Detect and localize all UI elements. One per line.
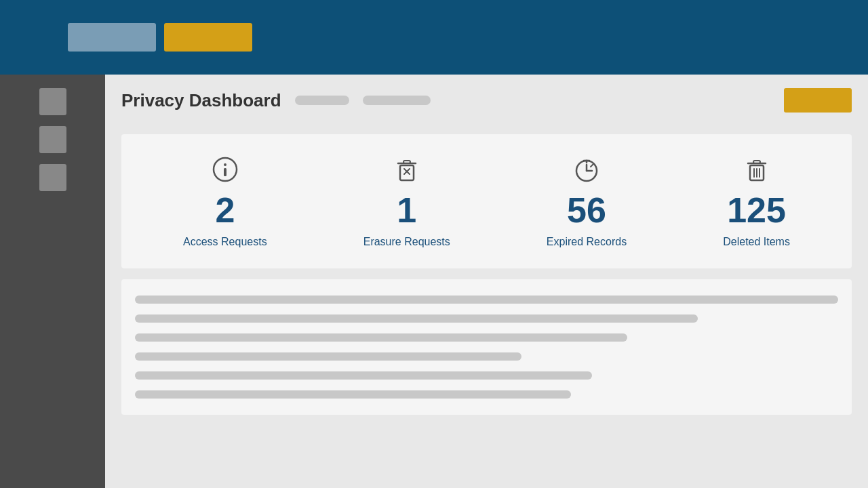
sidebar-item-2[interactable] [39, 126, 66, 153]
sidebar [0, 75, 105, 488]
access-requests-number: 2 [215, 192, 235, 228]
expired-records-number: 56 [567, 192, 606, 228]
inner-content: 2 Access Requests [121, 134, 852, 477]
text-line-4 [135, 352, 521, 361]
top-nav [0, 0, 868, 75]
header-action-button[interactable] [784, 88, 852, 113]
expired-records-label: Expired Records [547, 236, 627, 248]
nav-button-1[interactable] [68, 23, 156, 52]
stat-expired-records: 56 Expired Records [547, 155, 627, 248]
deleted-items-number: 125 [727, 192, 786, 228]
text-line-5 [135, 371, 592, 380]
erasure-requests-number: 1 [397, 192, 416, 228]
erasure-requests-label: Erasure Requests [363, 236, 450, 248]
main-container: Privacy Dashboard 2 [0, 75, 868, 488]
stat-deleted-items: 125 Deleted Items [723, 155, 790, 248]
text-line-3 [135, 333, 627, 342]
access-requests-label: Access Requests [183, 236, 267, 248]
svg-rect-19 [753, 161, 760, 163]
stat-access-requests: 2 Access Requests [183, 155, 267, 248]
nav-button-2[interactable] [164, 23, 252, 52]
text-line-6 [135, 390, 571, 399]
deleted-items-label: Deleted Items [723, 236, 790, 248]
svg-line-13 [591, 164, 593, 167]
stats-card: 2 Access Requests [121, 134, 852, 268]
info-circle-icon [210, 155, 240, 184]
text-line-1 [135, 296, 838, 304]
svg-rect-2 [224, 168, 226, 176]
timer-icon [572, 155, 601, 184]
text-line-2 [135, 314, 698, 323]
svg-rect-5 [403, 161, 410, 163]
trash-x-icon [392, 155, 422, 184]
svg-rect-3 [400, 165, 414, 180]
header-pill-2 [363, 96, 431, 105]
trash-icon [742, 155, 772, 184]
svg-point-1 [224, 163, 226, 166]
content-area: Privacy Dashboard 2 [105, 75, 868, 488]
page-title: Privacy Dashboard [121, 90, 281, 111]
sidebar-item-1[interactable] [39, 88, 66, 115]
stat-erasure-requests: 1 Erasure Requests [363, 155, 450, 248]
sidebar-item-3[interactable] [39, 164, 66, 191]
text-lines-card [121, 279, 852, 415]
header-pill-1 [295, 96, 349, 105]
content-header: Privacy Dashboard [105, 75, 868, 123]
